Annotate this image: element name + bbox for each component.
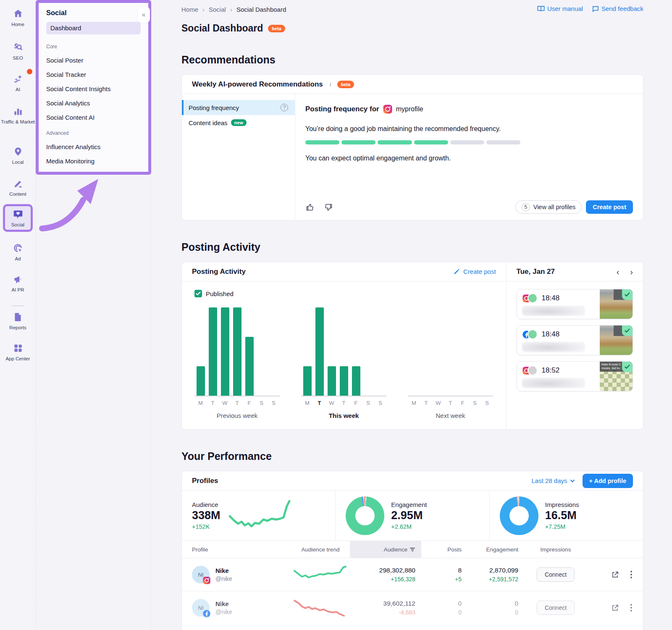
published-checkbox[interactable] bbox=[194, 290, 202, 297]
sidebar-item-social[interactable]: Social bbox=[0, 209, 36, 228]
week-label: Next week bbox=[408, 412, 493, 419]
menu-item-influencer-analytics[interactable]: Influencer Analytics bbox=[46, 143, 141, 150]
sidebar-item-local[interactable]: Local bbox=[0, 146, 36, 165]
tab-content-ideas[interactable]: Content ideas new bbox=[182, 115, 295, 130]
sidebar-item-app-center[interactable]: App Center bbox=[0, 343, 36, 362]
scheduled-post-card[interactable]: 18:52 mate in exac 2 moves, but ho bbox=[517, 361, 633, 391]
audience-value: 39,602,112 bbox=[350, 600, 415, 607]
connect-button[interactable]: Connect bbox=[537, 601, 575, 615]
frequency-progress-bar bbox=[305, 140, 520, 144]
chevron-down-icon bbox=[570, 479, 575, 483]
posts-value: 0 bbox=[421, 600, 462, 607]
recommendations-card: Weekly AI-powered Recommendations i beta… bbox=[181, 74, 643, 220]
sort-column-audience[interactable]: Audience bbox=[350, 541, 421, 558]
sidebar-item-seo[interactable]: SEO bbox=[0, 42, 36, 61]
impressions-delta: +7.25M bbox=[545, 523, 579, 530]
instagram-icon bbox=[202, 576, 211, 585]
send-feedback-link[interactable]: Send feedback bbox=[592, 5, 643, 12]
sidebar-item-ai[interactable]: AI bbox=[0, 74, 36, 92]
profiles-card: Profiles Last 28 days + Add profile Audi… bbox=[181, 471, 643, 630]
date-range-dropdown[interactable]: Last 28 days bbox=[531, 477, 575, 484]
sidebar-item-reports[interactable]: Reports bbox=[0, 312, 36, 331]
thumbs-down-icon[interactable] bbox=[324, 203, 333, 212]
prev-day-button[interactable]: ‹ bbox=[617, 268, 620, 276]
posting-activity-heading: Posting Activity bbox=[181, 241, 643, 253]
profiles-table-header: Profile Audience trend Audience Posts En… bbox=[182, 541, 643, 558]
social-heart-bubble-icon bbox=[13, 209, 24, 220]
posting-activity-card-title: Posting Activity bbox=[192, 268, 246, 276]
app-grid-icon bbox=[13, 343, 24, 354]
recommendation-tabs: Posting frequency ? Content ideas new bbox=[182, 94, 295, 220]
breadcrumb-social[interactable]: Social bbox=[209, 6, 226, 13]
sidebar-item-label: AI PR bbox=[0, 287, 36, 293]
audience-delta: -4,683 bbox=[350, 609, 415, 616]
open-external-icon[interactable] bbox=[612, 604, 619, 612]
week-label: Previous week bbox=[194, 412, 280, 419]
menu-item-social-content-insights[interactable]: Social Content Insights bbox=[46, 85, 141, 92]
ai-sparkles-icon bbox=[13, 74, 24, 84]
scheduled-post-card[interactable]: 18:48 bbox=[517, 325, 633, 355]
menu-item-social-analytics[interactable]: Social Analytics bbox=[46, 100, 141, 107]
tab-posting-frequency[interactable]: Posting frequency ? bbox=[182, 100, 295, 115]
post-time: 18:48 bbox=[542, 330, 560, 339]
ad-target-icon bbox=[13, 243, 24, 254]
connect-button[interactable]: Connect bbox=[537, 567, 575, 582]
breadcrumb-current: Social Dashboard bbox=[236, 6, 286, 13]
sidebar-item-content[interactable]: Content bbox=[0, 178, 36, 197]
table-row: NI Nike @nike 39,602,112 -4,683 0 0 0 bbox=[182, 591, 643, 624]
published-label: Published bbox=[206, 290, 234, 297]
open-external-icon[interactable] bbox=[612, 571, 619, 578]
help-icon[interactable]: ? bbox=[281, 104, 288, 111]
add-profile-button[interactable]: + Add profile bbox=[583, 474, 633, 488]
profile-avatar bbox=[528, 293, 538, 303]
info-icon[interactable]: i bbox=[327, 81, 334, 88]
day-labels: MTWTFSS bbox=[301, 400, 386, 406]
posting-activity-card: Posting Activity Create post Published M… bbox=[181, 262, 643, 430]
sidebar-item-label: Traffic & Market bbox=[0, 119, 36, 125]
sidebar-item-ai-pr[interactable]: AI PR bbox=[0, 274, 36, 293]
next-day-button[interactable]: › bbox=[630, 268, 633, 276]
view-all-profiles-button[interactable]: 5 View all profiles bbox=[515, 200, 582, 214]
week-chart-this: MTWTFSS This week bbox=[301, 307, 386, 419]
kebab-menu-icon[interactable] bbox=[630, 604, 632, 612]
progress-segment bbox=[305, 140, 339, 144]
audience-trend-sparkline bbox=[291, 598, 350, 617]
impressions-donut bbox=[500, 496, 538, 535]
social-menu-panel: Social « Dashboard Core Social Poster So… bbox=[36, 0, 151, 175]
user-manual-link[interactable]: User manual bbox=[537, 5, 583, 12]
audience-trend-sparkline bbox=[291, 565, 350, 584]
detail-title: Posting frequency for bbox=[305, 105, 379, 113]
post-time: 18:48 bbox=[542, 294, 560, 302]
engagement-donut bbox=[346, 496, 384, 535]
bar-chart-icon bbox=[13, 106, 24, 117]
menu-item-social-content-ai[interactable]: Social Content AI bbox=[46, 114, 141, 121]
menu-item-social-tracker[interactable]: Social Tracker bbox=[46, 71, 141, 78]
sidebar-item-traffic-market[interactable]: Traffic & Market bbox=[0, 106, 36, 125]
panel-title: Social bbox=[46, 9, 141, 17]
thumbs-up-icon[interactable] bbox=[305, 203, 314, 212]
menu-item-media-monitoring[interactable]: Media Monitoring bbox=[46, 158, 141, 165]
menu-item-dashboard[interactable]: Dashboard bbox=[46, 22, 141, 34]
posts-delta: 0 bbox=[421, 609, 462, 616]
impressions-stat: Impressions 16.5M +7.25M bbox=[490, 491, 643, 541]
engagement-delta: 0 bbox=[467, 609, 518, 616]
bars bbox=[408, 307, 493, 396]
profiles-card-title: Profiles bbox=[192, 477, 218, 485]
create-post-button[interactable]: Create post bbox=[586, 200, 633, 214]
create-post-link[interactable]: Create post bbox=[453, 268, 496, 275]
bars bbox=[194, 307, 280, 396]
sidebar-item-ad[interactable]: Ad bbox=[0, 243, 36, 262]
scheduled-post-card[interactable]: 18:48 bbox=[517, 289, 633, 319]
table-row: NI Nike @nike 298,302,880 +156,328 8 +5 bbox=[182, 558, 643, 591]
profile-name[interactable]: Nike bbox=[215, 567, 232, 574]
kebab-menu-icon[interactable] bbox=[630, 571, 632, 578]
audience-sparkline bbox=[227, 498, 294, 534]
instagram-icon bbox=[383, 104, 393, 114]
collapse-panel-button[interactable]: « bbox=[137, 6, 150, 23]
breadcrumb-home[interactable]: Home bbox=[181, 6, 198, 13]
menu-item-social-poster[interactable]: Social Poster bbox=[46, 57, 141, 64]
sidebar-item-label: Ad bbox=[0, 256, 36, 262]
engagement-stat: Engagement 2.95M +2.62M bbox=[336, 491, 489, 541]
profile-name[interactable]: Nike bbox=[215, 600, 232, 607]
sidebar-item-home[interactable]: Home bbox=[0, 8, 36, 27]
